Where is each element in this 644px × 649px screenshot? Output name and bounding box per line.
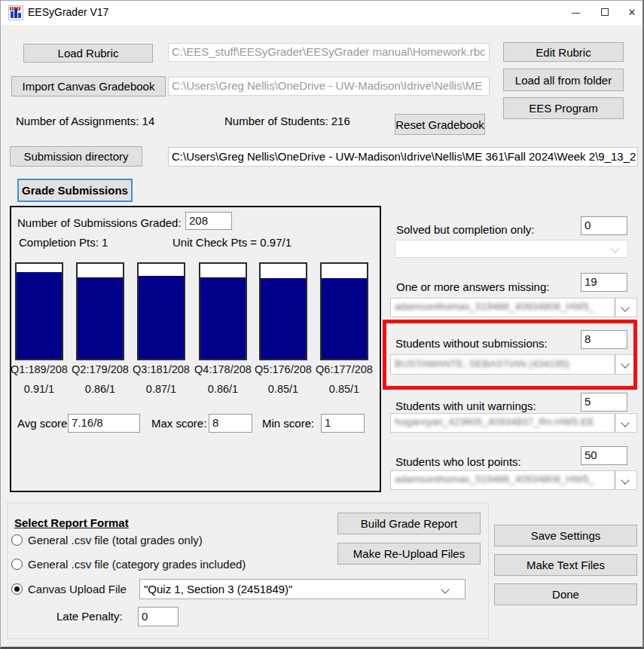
graded-count-label: Number of Submissions Graded: <box>17 216 182 229</box>
bar-fill-q3 <box>139 276 184 359</box>
bar-q5: Q5:176/208 0.85/1 <box>252 262 314 390</box>
maximize-icon <box>601 8 609 16</box>
avg-score-field[interactable]: 7.16/8 <box>68 414 140 433</box>
dropdown-value: "Quiz 1, Section 3 (2451849)" <box>140 580 465 595</box>
bar-score-label: 0.85/1 <box>252 383 314 395</box>
app-icon-bar <box>14 8 17 18</box>
late-penalty-field[interactable]: 0 <box>138 607 179 626</box>
bar-count-label: Q3:181/208 <box>130 363 192 375</box>
max-score-field[interactable]: 8 <box>209 414 252 433</box>
maximize-button[interactable] <box>591 1 619 24</box>
solved-completion-label: Solved but completion only: <box>396 223 534 236</box>
minimize-button[interactable] <box>562 1 591 24</box>
no-submissions-dropdown[interactable]: BUSTAMANTE, SEBASTIAN (434195) <box>390 354 637 375</box>
bar-score-label: 0.85/1 <box>313 383 375 395</box>
load-rubric-button[interactable]: Load Rubric <box>23 44 153 63</box>
lost-points-dropdown[interactable]: adamsonthomas_519486_40934808_HW5_ <box>390 470 637 490</box>
unit-warnings-count-field[interactable]: 5 <box>581 393 627 412</box>
no-submissions-count-field[interactable]: 8 <box>581 330 627 349</box>
bar-count-label: Q5:176/208 <box>252 363 314 375</box>
done-button[interactable]: Done <box>494 583 637 605</box>
radio-icon-checked <box>11 583 23 595</box>
radio-label: General .csv file (category grades inclu… <box>28 558 246 571</box>
bar-count-label: Q6:177/208 <box>313 363 375 375</box>
bar-q2: Q2:179/208 0.86/1 <box>69 262 131 390</box>
avg-score-label: Avg score: <box>17 417 71 430</box>
dropdown-value: hoganryan_423605_40934837_Rn-HW5.EE <box>391 414 636 427</box>
chevron-down-icon <box>621 476 629 484</box>
results-panel: Number of Submissions Graded: 208 Comple… <box>10 206 381 492</box>
close-icon: ✕ <box>618 1 644 24</box>
assignments-count-label: Number of Assignments: 14 <box>16 115 154 127</box>
submission-path-field[interactable]: C:\Users\Greg Nellis\OneDrive - UW-Madis… <box>168 147 638 167</box>
gradebook-path-field[interactable]: C:\Users\Greg Nellis\OneDrive - UW-Madis… <box>168 77 490 96</box>
window-title: EESyGrader V17 <box>28 1 108 24</box>
radio-icon <box>11 534 23 546</box>
rubric-path-field[interactable]: C:\EES_stuff\EESyGrader\EESyGrader manua… <box>168 43 490 62</box>
bar-q1: Q1:189/208 0.91/1 <box>8 262 70 390</box>
dropdown-value: BUSTAMANTE, SEBASTIAN (434195) <box>391 355 636 369</box>
bar-q3: Q3:181/208 0.87/1 <box>130 262 192 390</box>
min-score-label: Min score: <box>262 417 314 430</box>
dropdown-value <box>395 240 627 243</box>
lost-points-count-field[interactable]: 50 <box>581 446 627 465</box>
import-gradebook-button[interactable]: Import Canvas Gradebook <box>11 76 166 96</box>
bar-fill-q6 <box>322 278 367 359</box>
ees-program-button[interactable]: EES Program <box>503 97 624 119</box>
grade-submissions-button[interactable]: Grade Submissions <box>17 179 133 202</box>
dropdown-button[interactable] <box>615 354 637 375</box>
unit-check-pts-label: Unit Check Pts = 0.97/1 <box>172 236 291 249</box>
answers-missing-count-field[interactable]: 19 <box>581 273 627 292</box>
lost-points-label: Students who lost points: <box>395 455 521 468</box>
radio-icon <box>11 559 23 570</box>
bar-q4: Q4:178/208 0.86/1 <box>192 262 254 390</box>
canvas-upload-file-dropdown[interactable]: "Quiz 1, Section 3 (2451849)" <box>139 579 465 599</box>
bar-count-label: Q4:178/208 <box>192 363 254 375</box>
load-all-from-folder-button[interactable]: Load all from folder <box>503 69 624 91</box>
app-icon <box>8 5 23 20</box>
chevron-down-icon <box>621 360 629 368</box>
bar-score-label: 0.86/1 <box>69 383 131 395</box>
bar-count-label: Q2:179/208 <box>69 363 131 375</box>
bar-score-label: 0.87/1 <box>130 383 192 395</box>
bar-fill-q5 <box>261 278 306 359</box>
bar-fill-q1 <box>17 272 62 359</box>
make-text-files-button[interactable]: Make Text Files <box>494 554 637 576</box>
unit-warnings-dropdown[interactable]: hoganryan_423605_40934837_Rn-HW5.EE <box>390 413 637 433</box>
close-button[interactable]: ✕ <box>618 1 644 24</box>
students-count-label: Number of Students: 216 <box>224 115 350 127</box>
chevron-down-icon <box>621 303 629 311</box>
dropdown-button[interactable] <box>615 298 637 317</box>
radio-label: Canvas Upload File <box>28 583 127 595</box>
solved-completion-dropdown[interactable] <box>395 240 628 258</box>
unit-warnings-label: Students with unit warnings: <box>395 400 536 412</box>
answers-missing-label: One or more answers missing: <box>396 280 549 293</box>
reset-gradebook-button[interactable]: Reset Gradebook <box>395 114 485 135</box>
submission-directory-button[interactable]: Submission directory <box>10 146 142 167</box>
solved-completion-count-field[interactable]: 0 <box>581 216 627 235</box>
make-reupload-files-button[interactable]: Make Re-Upload Files <box>337 543 481 565</box>
chevron-down-icon <box>621 418 629 427</box>
chevron-down-icon <box>611 244 619 253</box>
bar-fill-q2 <box>78 277 123 359</box>
save-settings-button[interactable]: Save Settings <box>494 525 637 546</box>
dropdown-button[interactable] <box>615 413 637 433</box>
bar-fill-q4 <box>200 277 246 359</box>
min-score-field[interactable]: 1 <box>321 414 365 433</box>
late-penalty-label: Late Penalty: <box>56 610 123 623</box>
title-bar: EESyGrader V17 ✕ <box>1 1 642 25</box>
no-submissions-label: Students without submissions: <box>395 337 548 350</box>
edit-rubric-button[interactable]: Edit Rubric <box>503 42 624 62</box>
report-format-heading: Select Report Format <box>14 516 129 529</box>
build-grade-report-button[interactable]: Build Grade Report <box>337 513 481 534</box>
dropdown-value: adamsonthomas_519486_40934808_HW5_ <box>391 298 636 312</box>
radio-label: General .csv file (total grades only) <box>28 534 203 546</box>
answers-missing-dropdown[interactable]: adamsonthomas_519486_40934808_HW5_ <box>390 298 637 317</box>
completion-pts-label: Completion Pts: 1 <box>19 236 108 249</box>
app-icon-bar <box>11 11 14 18</box>
graded-count-field[interactable]: 208 <box>185 212 232 230</box>
app-window: EESyGrader V17 ✕ Load Rubric C:\EES_stuf… <box>0 0 644 649</box>
dropdown-button[interactable] <box>615 470 637 490</box>
bar-q6: Q6:177/208 0.85/1 <box>313 262 375 390</box>
app-icon-bar <box>18 13 21 18</box>
